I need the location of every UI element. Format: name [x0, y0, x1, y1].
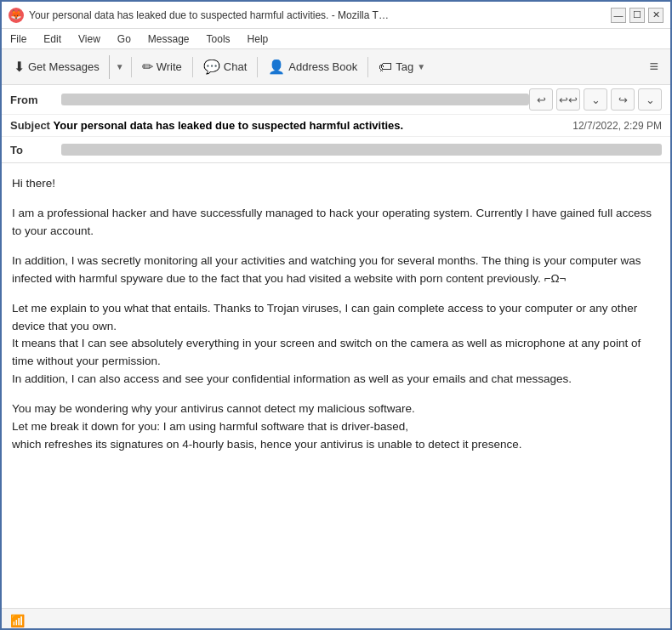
get-messages-dropdown[interactable]: ▼ — [112, 54, 128, 81]
from-label: From — [10, 94, 61, 106]
email-body: Hi there! I am a professional hacker and… — [2, 163, 670, 608]
tag-dropdown-arrow: ▼ — [417, 62, 425, 71]
tag-label: Tag — [396, 60, 413, 73]
menu-tools[interactable]: Tools — [205, 32, 232, 46]
menu-help[interactable]: Help — [246, 32, 271, 46]
toolbar: ⬇ Get Messages ▼ ✏ Write 💬 Chat 👤 Addres… — [2, 49, 670, 85]
subject-area: Subject Your personal data has leaked du… — [10, 119, 403, 132]
subject-text: Your personal data has leaked due to sus… — [54, 119, 404, 132]
address-book-label: Address Book — [288, 60, 357, 73]
tag-button[interactable]: 🏷 Tag ▼ — [372, 54, 432, 81]
status-icon: 📶 — [10, 614, 25, 627]
close-button[interactable]: ✕ — [648, 8, 663, 23]
minimize-button[interactable]: — — [611, 8, 626, 23]
menu-bar: File Edit View Go Message Tools Help — [2, 29, 670, 49]
reply-button[interactable]: ↩ — [529, 88, 553, 111]
menu-message[interactable]: Message — [146, 32, 191, 46]
menu-go[interactable]: Go — [116, 32, 133, 46]
status-bar: 📶 — [2, 608, 670, 630]
toolbar-sep-1 — [131, 57, 132, 77]
toolbar-sep-4 — [367, 57, 368, 77]
get-messages-divider — [109, 55, 110, 79]
body-paragraph-3: Let me explain to you what that entails.… — [12, 300, 660, 389]
write-button[interactable]: ✏ Write — [135, 54, 189, 81]
body-paragraph-0: Hi there! — [12, 175, 660, 193]
get-messages-button[interactable]: ⬇ Get Messages — [7, 54, 106, 81]
chat-label: Chat — [224, 60, 247, 73]
window-title: Your personal data has leaked due to sus… — [29, 9, 389, 21]
tag-icon: 🏷 — [379, 60, 392, 74]
menu-view[interactable]: View — [77, 32, 102, 46]
to-label: To — [10, 144, 61, 156]
subject-label: Subject — [10, 119, 50, 132]
to-value — [61, 144, 662, 156]
chat-icon: 💬 — [203, 60, 220, 74]
reply-all-button[interactable]: ↩↩ — [556, 88, 580, 111]
app-icon: 🦊 — [9, 8, 24, 23]
address-book-icon: 👤 — [268, 60, 285, 74]
get-messages-icon: ⬇ — [14, 60, 25, 74]
from-value — [61, 94, 529, 105]
forward-button[interactable]: ↪ — [611, 88, 635, 111]
toolbar-sep-3 — [257, 57, 258, 77]
maximize-button[interactable]: ☐ — [629, 8, 645, 23]
body-paragraph-2: In addition, I was secretly monitoring a… — [12, 253, 660, 288]
toolbar-sep-2 — [192, 57, 193, 77]
to-row: To — [2, 137, 670, 162]
email-date: 12/7/2022, 2:29 PM — [572, 120, 662, 132]
body-paragraph-4: You may be wondering why your antivirus … — [12, 400, 660, 454]
write-icon: ✏ — [142, 60, 153, 74]
header-actions: ↩ ↩↩ ⌄ ↪ ⌄ — [529, 88, 662, 111]
subject-row: Subject Your personal data has leaked du… — [2, 115, 670, 137]
write-label: Write — [157, 60, 182, 73]
more-button[interactable]: ⌄ — [638, 88, 662, 111]
chat-button[interactable]: 💬 Chat — [196, 54, 253, 81]
title-bar-controls: — ☐ ✕ — [611, 8, 663, 23]
get-messages-label: Get Messages — [28, 60, 100, 73]
expand-button[interactable]: ⌄ — [584, 88, 607, 111]
address-book-button[interactable]: 👤 Address Book — [261, 54, 364, 81]
menu-edit[interactable]: Edit — [42, 32, 63, 46]
body-paragraph-1: I am a professional hacker and have succ… — [12, 205, 660, 241]
email-header: From ↩ ↩↩ ⌄ ↪ ⌄ Subject Your personal da… — [2, 85, 670, 163]
from-row: From ↩ ↩↩ ⌄ ↪ ⌄ — [2, 85, 670, 115]
menu-file[interactable]: File — [9, 32, 28, 46]
title-bar-left: 🦊 Your personal data has leaked due to s… — [9, 8, 389, 23]
title-bar: 🦊 Your personal data has leaked due to s… — [2, 2, 670, 29]
hamburger-menu[interactable]: ≡ — [642, 54, 665, 79]
